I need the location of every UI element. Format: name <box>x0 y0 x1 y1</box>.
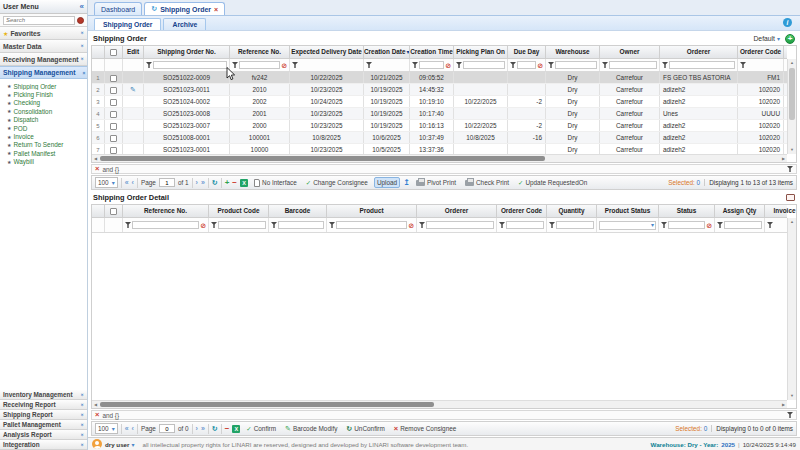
sidebar-item-checking[interactable]: ★Checking <box>0 99 87 107</box>
filter-input-orderer[interactable] <box>669 61 735 69</box>
product-status-filter-select[interactable]: ▾ <box>599 221 656 230</box>
sidebar-item-pallet-manifest[interactable]: ★Pallet Manifest <box>0 149 87 157</box>
delete-row-button[interactable]: − <box>225 424 230 433</box>
barcode-modify-button[interactable]: ✎Barcode Modify <box>282 423 340 435</box>
scroll-right-icon[interactable]: ▶ <box>780 156 787 161</box>
sidebar-section-shipping-management[interactable]: Shipping Management » <box>0 66 87 79</box>
column-header-quantity[interactable]: Quantity <box>547 205 597 217</box>
filter-icon[interactable] <box>292 62 298 68</box>
clear-filter-icon[interactable]: ⊘ <box>408 222 414 229</box>
user-avatar[interactable] <box>92 439 102 449</box>
sidebar-item-return-to-sender[interactable]: ★Return To Sender <box>0 141 87 149</box>
filter-icon[interactable] <box>661 222 667 228</box>
column-header-assign-qty[interactable]: Assign Qty <box>715 205 765 217</box>
prev-page-button[interactable]: ‹ <box>132 179 134 186</box>
unconfirm-button[interactable]: ↻UnConfirm <box>343 423 387 435</box>
sidebar-section-analysis-report[interactable]: Analysis Report» <box>0 430 87 440</box>
first-page-button[interactable]: « <box>125 179 129 186</box>
tab-shipping-order[interactable]: ↻ Shipping Order × <box>144 2 225 15</box>
filter-input-creation-time[interactable] <box>419 61 444 69</box>
view-selector[interactable]: Default▾ <box>753 35 780 42</box>
column-header-orderer-code[interactable]: Orderer Code <box>738 46 784 58</box>
scrollbar-thumb[interactable] <box>789 68 795 120</box>
row-checkbox[interactable] <box>110 147 117 154</box>
sidebar-section-favorites[interactable]: ★ Favorites » <box>0 27 87 40</box>
excel-export-icon[interactable]: X <box>240 179 248 187</box>
scroll-left-icon[interactable]: ◀ <box>92 402 99 407</box>
sidebar-section-receiving-management[interactable]: Receiving Management » <box>0 53 87 66</box>
filter-icon[interactable] <box>146 62 152 68</box>
add-row-button[interactable]: + <box>225 178 230 187</box>
refresh-tab-icon[interactable]: ↻ <box>151 5 157 13</box>
table-row[interactable]: 2✎SO251023-0011201010/23/202510/19/20251… <box>92 84 787 96</box>
delete-row-button[interactable]: − <box>232 178 237 187</box>
table-row[interactable]: 6SO251008-000110000110/8/202510/6/202510… <box>92 132 787 144</box>
filter-icon[interactable] <box>499 222 505 228</box>
edit-icon[interactable]: ✎ <box>123 84 144 95</box>
filter-icon[interactable] <box>412 62 418 68</box>
column-header-invoice[interactable]: Invoice <box>765 205 797 217</box>
table-row[interactable]: 4SO251023-0008200110/23/202510/19/202510… <box>92 108 787 120</box>
first-page-button[interactable]: « <box>125 425 129 432</box>
filter-input-product-code[interactable] <box>218 221 266 229</box>
clear-filter-icon[interactable]: ⊘ <box>281 62 287 69</box>
filter-icon[interactable] <box>787 166 793 172</box>
scroll-up-icon[interactable]: ▲ <box>788 59 796 67</box>
filter-input-owner[interactable] <box>609 61 657 69</box>
row-checkbox[interactable] <box>110 135 117 142</box>
row-checkbox[interactable] <box>110 99 117 106</box>
vertical-scrollbar[interactable]: ▲▼ <box>787 59 796 154</box>
column-header-creation-date[interactable]: Creation Date▾ <box>364 46 410 58</box>
column-header-expected-delivery-date[interactable]: Expected Delivery Date <box>290 46 364 58</box>
last-page-button[interactable]: » <box>201 179 205 186</box>
filter-input-picking-plan-on[interactable] <box>463 61 505 69</box>
search-input[interactable] <box>3 16 75 25</box>
excel-export-icon[interactable]: X <box>232 425 240 433</box>
filter-icon[interactable] <box>662 62 668 68</box>
sidebar-item-shipping-order[interactable]: ★Shipping Order <box>0 82 87 90</box>
filter-input-warehouse[interactable] <box>555 61 597 69</box>
filter-icon[interactable] <box>232 62 238 68</box>
filter-icon[interactable] <box>456 62 462 68</box>
sidebar-item-consolidation[interactable]: ★Consolidation <box>0 107 87 115</box>
sidebar-item-pod[interactable]: ★POD <box>0 124 87 132</box>
update-requestedon-button[interactable]: ✓Update RequestedOn <box>515 177 590 189</box>
tab-shipping-order-view[interactable]: Shipping Order <box>94 18 161 30</box>
check-print-button[interactable]: Check Print <box>462 177 512 188</box>
clear-filter-icon[interactable]: ⊘ <box>537 62 543 69</box>
filter-icon[interactable] <box>329 222 335 228</box>
search-clear-icon[interactable] <box>77 17 84 24</box>
filter-icon[interactable] <box>271 222 277 228</box>
row-checkbox[interactable] <box>110 111 117 118</box>
column-header-orderer-code[interactable]: Orderer Code <box>497 205 547 217</box>
filter-input-orderer-code[interactable] <box>506 221 544 229</box>
remove-filter-icon[interactable]: × <box>95 165 99 173</box>
scrollbar-thumb[interactable] <box>100 156 545 161</box>
row-checkbox[interactable] <box>110 123 117 130</box>
tab-dashboard[interactable]: Dashboard <box>94 2 142 15</box>
next-page-button[interactable]: › <box>196 179 198 186</box>
column-header-owner[interactable]: Owner <box>600 46 660 58</box>
column-header-orderer[interactable]: Orderer <box>660 46 738 58</box>
confirm-button[interactable]: ✓Confirm <box>243 423 279 435</box>
filter-input-product[interactable] <box>336 221 407 229</box>
upload-icon[interactable]: ↥ <box>403 178 410 187</box>
upload-button[interactable]: Upload <box>374 177 400 188</box>
filter-icon[interactable] <box>366 62 372 68</box>
add-button[interactable]: + <box>785 34 795 44</box>
scrollbar-thumb[interactable] <box>100 402 434 407</box>
table-row[interactable]: 1SO251022-0009fv24210/22/202510/21/20250… <box>92 72 787 84</box>
monitor-icon[interactable] <box>786 194 795 201</box>
filter-input-barcode[interactable] <box>278 221 324 229</box>
column-header-picking-plan-on[interactable]: Picking Plan On <box>454 46 508 58</box>
select-all-checkbox[interactable] <box>110 208 117 215</box>
filter-icon[interactable] <box>125 222 131 228</box>
filter-input-orderer[interactable] <box>426 221 494 229</box>
column-header-reference-no[interactable]: Reference No. <box>123 205 209 217</box>
filter-icon[interactable] <box>548 62 554 68</box>
filter-icon[interactable] <box>767 222 773 228</box>
filter-input-quantity[interactable] <box>556 221 594 229</box>
pivot-print-button[interactable]: Pivot Print <box>413 177 459 188</box>
scroll-down-icon[interactable]: ▼ <box>788 146 796 154</box>
sidebar-section-integeration[interactable]: Integeration» <box>0 440 87 450</box>
